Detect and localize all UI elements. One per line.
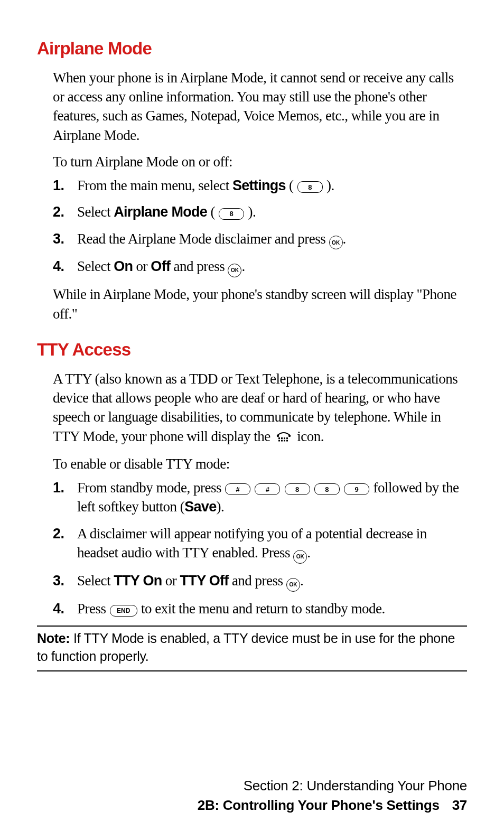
svg-point-1	[288, 435, 291, 437]
text: .	[241, 258, 245, 274]
text: Select	[77, 258, 114, 274]
tty-icon	[276, 428, 292, 447]
text: or	[162, 573, 180, 589]
step-number: 4.	[53, 257, 77, 276]
svg-point-0	[277, 435, 279, 437]
step-body: Press END to exit the menu and return to…	[77, 599, 467, 618]
step-body: From standby mode, press # # 8 8 9 follo…	[77, 478, 467, 517]
tty-step-1: 1. From standby mode, press # # 8 8 9 fo…	[53, 478, 467, 517]
heading-tty-access: TTY Access	[37, 338, 467, 362]
text: A disclaimer will appear notifying you o…	[77, 526, 427, 561]
footer-subsection-title: 2B: Controlling Your Phone's Settings	[198, 797, 440, 813]
text: Press	[77, 601, 109, 617]
airplane-step-1: 1. From the main menu, select Settings (…	[53, 176, 467, 195]
key-hash-icon: #	[255, 483, 280, 495]
step-body: From the main menu, select Settings ( 8 …	[77, 176, 467, 195]
footer-section-line: Section 2: Understanding Your Phone	[198, 776, 467, 795]
svg-rect-3	[281, 437, 283, 439]
tty-on-label: TTY On	[114, 573, 162, 589]
airplane-toggle-intro: To turn Airplane Mode on or off:	[53, 152, 467, 171]
text: to exit the menu and return to standby m…	[138, 601, 385, 617]
tty-step-3: 3. Select TTY On or TTY Off and press OK…	[53, 571, 467, 592]
key-8-icon: 8	[285, 483, 310, 495]
text: ).	[216, 499, 224, 515]
key-8-icon: 8	[297, 181, 323, 193]
ok-button-icon: OK	[293, 550, 307, 564]
text: .	[307, 545, 310, 561]
airplane-step-4: 4. Select On or Off and press OK.	[53, 257, 467, 277]
save-label: Save	[184, 499, 216, 515]
note-box: Note: If TTY Mode is enabled, a TTY devi…	[37, 626, 467, 672]
step-number: 3.	[53, 229, 77, 248]
text: From standby mode, press	[77, 480, 225, 496]
key-end-icon: END	[110, 605, 137, 617]
text: Select	[77, 204, 114, 220]
step-body: Select TTY On or TTY Off and press OK.	[77, 571, 467, 592]
off-label: Off	[151, 258, 170, 274]
step-number: 3.	[53, 571, 77, 590]
airplane-mode-label: Airplane Mode	[114, 204, 207, 220]
tty-intro: A TTY (also known as a TDD or Text Telep…	[53, 369, 467, 447]
airplane-step-3: 3. Read the Airplane Mode disclaimer and…	[53, 229, 467, 250]
ok-button-icon: OK	[286, 578, 300, 592]
text: and press	[170, 258, 228, 274]
tty-step-2: 2. A disclaimer will appear notifying yo…	[53, 524, 467, 564]
page-footer: Section 2: Understanding Your Phone 2B: …	[198, 776, 467, 815]
svg-rect-7	[281, 440, 283, 441]
step-body: Read the Airplane Mode disclaimer and pr…	[77, 229, 467, 250]
key-8-icon: 8	[219, 208, 244, 220]
step-number: 2.	[53, 524, 77, 543]
text: .	[300, 573, 303, 589]
svg-rect-4	[284, 437, 285, 439]
svg-rect-6	[278, 440, 280, 441]
ok-button-icon: OK	[228, 264, 241, 277]
key-hash-icon: #	[225, 483, 250, 495]
tty-steps: 1. From standby mode, press # # 8 8 9 fo…	[53, 478, 467, 618]
text: ).	[323, 178, 334, 193]
on-label: On	[114, 258, 133, 274]
text: or	[133, 258, 151, 274]
step-number: 1.	[53, 478, 77, 497]
text: and press	[229, 573, 286, 589]
note-text: If TTY Mode is enabled, a TTY device mus…	[37, 631, 455, 664]
key-9-icon: 9	[344, 483, 369, 495]
airplane-steps: 1. From the main menu, select Settings (…	[53, 176, 467, 277]
key-8-icon: 8	[314, 483, 340, 495]
tty-enable-intro: To enable or disable TTY mode:	[53, 454, 467, 473]
manual-page: Airplane Mode When your phone is in Airp…	[0, 0, 504, 840]
footer-subsection-line: 2B: Controlling Your Phone's Settings37	[198, 796, 467, 815]
page-number: 37	[452, 797, 467, 813]
airplane-step-2: 2. Select Airplane Mode ( 8 ).	[53, 202, 467, 221]
ok-button-icon: OK	[329, 236, 343, 249]
tty-off-label: TTY Off	[180, 573, 229, 589]
step-body: Select Airplane Mode ( 8 ).	[77, 202, 467, 221]
note-label: Note:	[37, 631, 70, 646]
text: A TTY (also known as a TDD or Text Telep…	[53, 371, 458, 444]
svg-rect-9	[286, 440, 288, 441]
settings-label: Settings	[232, 178, 286, 193]
text: (	[207, 204, 218, 220]
step-number: 2.	[53, 202, 77, 221]
step-body: Select On or Off and press OK.	[77, 257, 467, 277]
text: From the main menu, select	[77, 178, 232, 193]
step-number: 4.	[53, 599, 77, 618]
text: Select	[77, 573, 114, 589]
text: .	[343, 231, 346, 247]
svg-rect-2	[278, 437, 280, 439]
tty-step-4: 4. Press END to exit the menu and return…	[53, 599, 467, 618]
svg-rect-8	[284, 440, 285, 441]
text: icon.	[297, 428, 324, 444]
text: (	[286, 178, 297, 193]
text: Read the Airplane Mode disclaimer and pr…	[77, 231, 329, 247]
heading-airplane-mode: Airplane Mode	[37, 37, 467, 61]
svg-rect-5	[286, 437, 288, 439]
airplane-intro: When your phone is in Airplane Mode, it …	[53, 68, 467, 145]
step-body: A disclaimer will appear notifying you o…	[77, 524, 467, 564]
step-number: 1.	[53, 176, 77, 195]
text: ).	[245, 204, 256, 220]
airplane-standby-note: While in Airplane Mode, your phone's sta…	[53, 285, 467, 323]
